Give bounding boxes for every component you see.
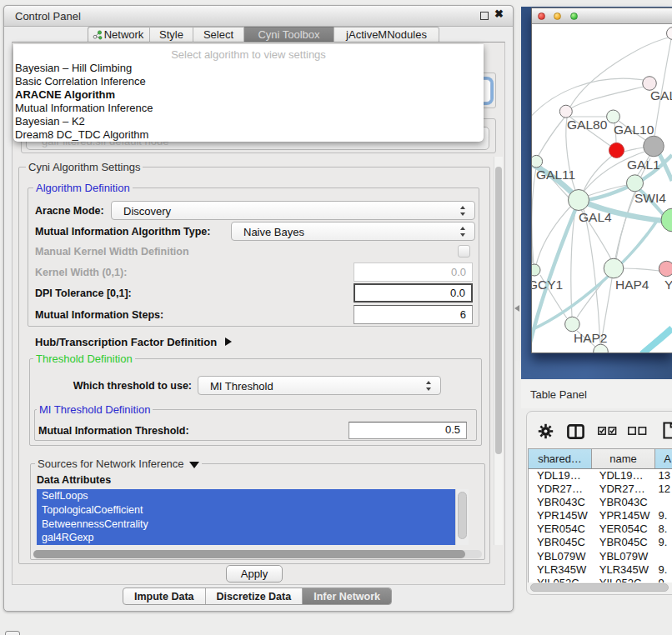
table-cell: YDR27… — [591, 482, 654, 496]
dropdown-item[interactable]: ARACNE Algorithm — [13, 88, 484, 102]
table-cell: YLR345W — [529, 563, 591, 577]
unchecked-pair-icon[interactable] — [628, 427, 647, 435]
table-cell: YDR27… — [529, 482, 591, 496]
table-cell: YER054C — [529, 522, 591, 536]
algorithm-dropdown-popup: Select algorithm to view settings Bayesi… — [13, 44, 484, 142]
table-cell: 9. — [653, 577, 672, 582]
table-cell: YPR145W — [529, 509, 591, 522]
table-cell — [653, 550, 672, 563]
column-header-a[interactable]: A — [655, 449, 672, 468]
table-cell: YBL079W — [529, 550, 591, 563]
table-row[interactable]: YBL079WYBL079W — [529, 550, 672, 563]
checked-pair-icon[interactable] — [598, 427, 617, 435]
split-columns-icon[interactable] — [567, 424, 584, 439]
table-cell: YBR045C — [529, 536, 591, 549]
table-cell — [653, 496, 672, 509]
table-row[interactable]: YLR345WYLR345W9. — [529, 563, 672, 577]
table-horizontal-scrollbar[interactable] — [530, 583, 669, 592]
table-cell: 9. — [653, 509, 672, 522]
table-row[interactable]: YBR043CYBR043C — [529, 496, 672, 509]
table-cell: 13 — [653, 469, 672, 482]
table-cell: YBR045C — [591, 536, 654, 549]
table-cell: YBR043C — [591, 496, 654, 509]
table-panel-title: Table Panel — [530, 388, 587, 401]
table-cell: YER054C — [591, 522, 654, 536]
table-cell: YDL19… — [529, 469, 591, 482]
dropdown-item[interactable]: Mutual Information Inference — [13, 102, 484, 115]
table-cell: 12 — [653, 482, 672, 496]
table-row[interactable]: YER054CYER054C8. — [529, 522, 672, 536]
dropdown-item[interactable]: Dream8 DC_TDC Algorithm — [13, 128, 484, 142]
table-cell: YBR043C — [529, 496, 591, 509]
table-cell: 8. — [653, 522, 672, 536]
table-row[interactable]: YDR27…YDR27…12 — [529, 482, 672, 496]
table-cell: 9. — [653, 536, 672, 549]
table-row[interactable]: YIL052CYIL052C9. — [529, 577, 672, 582]
table-cell: YPR145W — [591, 509, 654, 522]
table-body: YDL19…YDL19…13YDR27…YDR27…12YBR043CYBR04… — [528, 469, 672, 582]
table-row[interactable]: YPR145WYPR145W9. — [529, 509, 672, 522]
tool-panel-icon[interactable] — [5, 631, 20, 635]
table-cell: YIL052C — [591, 577, 654, 582]
table-cell: YLR345W — [591, 563, 654, 577]
table-header-row: shared…nameA — [528, 448, 672, 469]
table-cell: YBL079W — [591, 550, 654, 563]
dropdown-items: Bayesian – Hill ClimbingBasic Correlatio… — [13, 62, 484, 142]
dropdown-item[interactable]: Bayesian – K2 — [13, 115, 484, 128]
dropdown-item[interactable]: Basic Correlation Inference — [13, 75, 484, 88]
gear-icon[interactable] — [538, 423, 554, 439]
file-icon[interactable] — [663, 422, 672, 439]
dropdown-item[interactable]: Bayesian – Hill Climbing — [13, 62, 484, 75]
table-row[interactable]: YBR045CYBR045C9. — [529, 536, 672, 549]
table-cell: 9. — [653, 563, 672, 577]
dropdown-prompt: Select algorithm to view settings — [13, 48, 484, 62]
column-header-name[interactable]: name — [592, 449, 655, 468]
table-cell: YDL19… — [591, 469, 654, 482]
column-header-shared-[interactable]: shared… — [529, 449, 592, 468]
table-cell: YIL052C — [529, 577, 591, 582]
table-row[interactable]: YDL19…YDL19…13 — [529, 469, 672, 482]
